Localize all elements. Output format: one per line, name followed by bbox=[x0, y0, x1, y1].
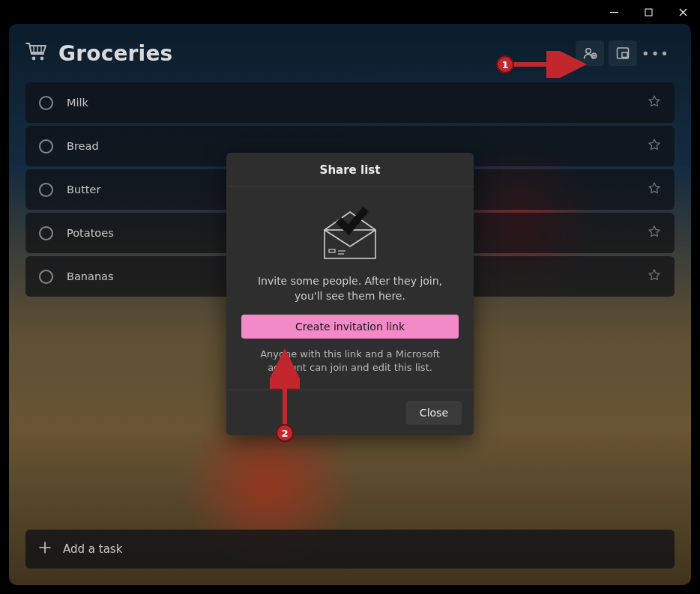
window-close-button[interactable] bbox=[666, 0, 700, 24]
more-options-button[interactable]: ••• bbox=[642, 40, 670, 66]
dialog-close-button[interactable]: Close bbox=[406, 401, 462, 425]
task-row[interactable]: Milk bbox=[25, 82, 675, 123]
complete-checkbox[interactable] bbox=[39, 270, 53, 284]
list-title[interactable]: Groceries bbox=[58, 41, 172, 66]
add-task-placeholder: Add a task bbox=[63, 542, 122, 556]
window-minimize-button[interactable] bbox=[597, 0, 631, 24]
window-titlebar bbox=[0, 0, 700, 24]
svg-rect-0 bbox=[645, 9, 652, 16]
svg-rect-6 bbox=[622, 52, 627, 58]
share-list-button[interactable] bbox=[576, 40, 604, 66]
svg-point-3 bbox=[586, 49, 591, 53]
plus-icon bbox=[39, 542, 51, 557]
star-icon[interactable] bbox=[648, 181, 661, 198]
envelope-check-icon bbox=[241, 200, 459, 273]
todo-app: Groceries ••• bbox=[9, 24, 691, 585]
star-icon[interactable] bbox=[648, 94, 661, 111]
list-header: Groceries ••• bbox=[9, 24, 691, 82]
app-window: Groceries ••• bbox=[0, 0, 700, 594]
svg-point-1 bbox=[32, 57, 36, 61]
shopping-cart-icon bbox=[25, 42, 48, 64]
complete-checkbox[interactable] bbox=[39, 96, 53, 110]
star-icon[interactable] bbox=[648, 225, 661, 241]
task-label: Milk bbox=[67, 97, 634, 109]
create-invitation-link-button[interactable]: Create invitation link bbox=[241, 315, 459, 339]
dialog-subtext: Anyone with this link and a Microsoft ac… bbox=[241, 339, 459, 375]
annotation-badge-2: 2 bbox=[276, 424, 294, 442]
svg-point-2 bbox=[40, 57, 44, 61]
complete-checkbox[interactable] bbox=[39, 139, 53, 154]
dialog-title: Share list bbox=[226, 153, 474, 187]
window-maximize-button[interactable] bbox=[631, 0, 666, 24]
share-list-dialog: Share list Invite some people. After the… bbox=[226, 153, 474, 435]
complete-checkbox[interactable] bbox=[39, 183, 53, 197]
dialog-message: Invite some people. After they join, you… bbox=[241, 273, 459, 315]
annotation-badge-1: 1 bbox=[496, 55, 514, 73]
add-task-input[interactable]: Add a task bbox=[25, 530, 675, 569]
complete-checkbox[interactable] bbox=[39, 226, 53, 240]
task-label: Bread bbox=[67, 140, 634, 152]
star-icon[interactable] bbox=[648, 138, 661, 154]
layout-toggle-button[interactable] bbox=[609, 40, 637, 66]
star-icon[interactable] bbox=[648, 268, 661, 285]
